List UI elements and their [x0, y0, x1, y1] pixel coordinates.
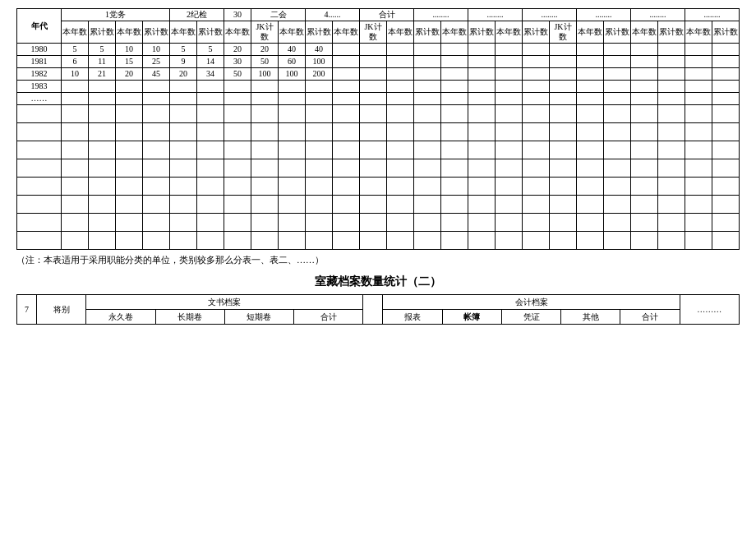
group-heji: 合计	[360, 9, 414, 21]
sh-13: 本年数	[387, 21, 414, 44]
sh-4: 累计数	[143, 21, 170, 44]
dots-col: ………	[680, 295, 739, 325]
sh-1: 本年数	[62, 21, 89, 44]
wenshudangan-header: 文书档案	[86, 295, 363, 310]
group-1dangwu: 1党务	[62, 9, 170, 21]
table-row-empty	[17, 232, 740, 250]
bottom-table: 7 将别 文书档案 会计档案 ……… 永久卷 长期卷 短期卷 合计 报表 帐簿 …	[16, 294, 740, 325]
duanqi-col: 短期卷	[224, 310, 293, 325]
heji1-col: 合计	[294, 310, 363, 325]
group-dot5: ........	[631, 9, 685, 21]
table-row-empty	[17, 214, 740, 232]
group-dot6: ........	[685, 9, 740, 21]
group-erhui: 二会	[251, 9, 306, 21]
sh-24: 本年数	[685, 21, 712, 44]
jiangbie-cell: 将别	[37, 295, 86, 325]
sh-5: 本年数	[170, 21, 197, 44]
sh-12: JK计数	[360, 21, 387, 44]
sh-9: 本年数	[279, 21, 306, 44]
table-row: 1982 1021 2045 2034 50 100100 200	[17, 68, 740, 81]
sh-15: 本年数	[441, 21, 468, 44]
sh-3: 本年数	[116, 21, 143, 44]
sh-6: 累计数	[197, 21, 224, 44]
sh-25: 累计数	[712, 21, 740, 44]
table-row-empty	[17, 123, 740, 141]
table-row-empty	[17, 196, 740, 214]
table-row-empty	[17, 141, 740, 159]
sh-20: 本年数	[577, 21, 604, 44]
zhangbu-col: 帐簿	[442, 310, 501, 325]
sh-22: 本年数	[631, 21, 658, 44]
heji2-col: 合计	[620, 310, 680, 325]
yongjiu-col: 永久卷	[86, 310, 155, 325]
year-1982: 1982	[17, 68, 62, 81]
sh-19: JK计数	[550, 21, 577, 44]
year-dots: ……	[17, 93, 62, 105]
sh-23: 累计数	[658, 21, 685, 44]
baobiao-col: 报表	[383, 310, 442, 325]
pingzheng-col: 凭证	[501, 310, 560, 325]
page: 年代 1党务 2纪检 30 二会 4...... 合计 ........ ...…	[0, 0, 756, 535]
sh-18: 累计数	[523, 21, 550, 44]
sh-10: 累计数	[306, 21, 333, 44]
table-row-empty	[17, 105, 740, 123]
year-1981: 1981	[17, 56, 62, 68]
group-dot2: ........	[468, 9, 523, 21]
sh-11: 本年数	[333, 21, 360, 44]
sh-21: 累计数	[604, 21, 631, 44]
changqi-col: 长期卷	[155, 310, 224, 325]
sub-header-row: 本年数 累计数 本年数 累计数 本年数 累计数 本年数 JK计数 本年数 累计数…	[17, 21, 740, 44]
sh-2: 累计数	[89, 21, 116, 44]
row-num-cell: 7	[17, 295, 37, 325]
group-30: 30	[224, 9, 251, 21]
sh-16: 累计数	[468, 21, 496, 44]
sh-8: JK计数	[251, 21, 279, 44]
sh-17: 本年数	[496, 21, 523, 44]
table-row-empty	[17, 178, 740, 196]
qita-col: 其他	[561, 310, 620, 325]
year-1980: 1980	[17, 44, 62, 56]
group-dot3: ........	[523, 9, 577, 21]
table-row-empty	[17, 159, 740, 178]
main-table: 年代 1党务 2纪检 30 二会 4...... 合计 ........ ...…	[16, 8, 740, 250]
group-header-row: 年代 1党务 2纪检 30 二会 4...... 合计 ........ ...…	[17, 9, 740, 21]
year-header: 年代	[17, 9, 62, 44]
group-2jijian: 2纪检	[170, 9, 224, 21]
kuaijidangan-header: 会计档案	[383, 295, 680, 310]
group-4: 4......	[306, 9, 360, 21]
section-title: 室藏档案数量统计（二）	[16, 268, 740, 293]
year-1983: 1983	[17, 81, 62, 93]
bottom-header-row1: 7 将别 文书档案 会计档案 ………	[17, 295, 740, 310]
note-text: （注：本表适用于采用职能分类的单位，类别较多那么分表一、表二、……）	[16, 250, 740, 268]
table-row: 1983	[17, 81, 740, 93]
sh-7: 本年数	[224, 21, 251, 44]
table-row: 1981 611 1525 914 30 5060 100	[17, 56, 740, 68]
table-row: ……	[17, 93, 740, 105]
group-dot4: ........	[577, 9, 631, 21]
sh-14: 累计数	[414, 21, 441, 44]
group-dot1: ........	[414, 9, 468, 21]
table-row: 1980 55 1010 55 20 2040 40	[17, 44, 740, 56]
